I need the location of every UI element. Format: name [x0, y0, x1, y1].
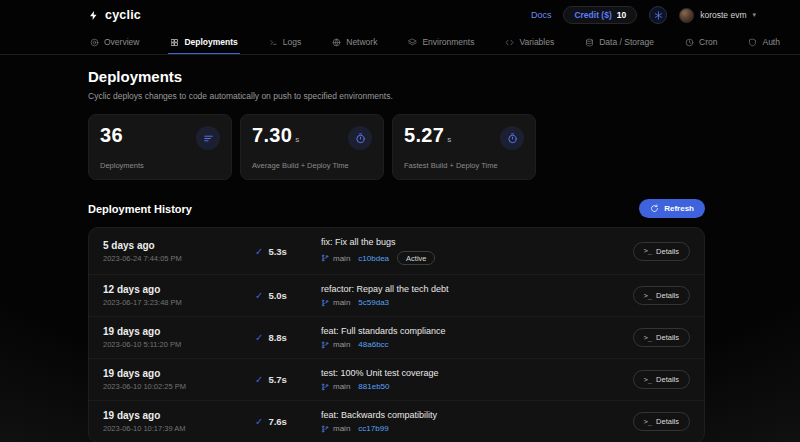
stat-card-deployments: 36 Deployments: [88, 114, 232, 180]
credit-value: 10: [617, 10, 626, 20]
stat-card-average-time: 7.30s Average Build + Deploy Time: [240, 114, 384, 180]
username: koroste evm: [700, 10, 746, 20]
commit-hash[interactable]: cc17b99: [358, 424, 388, 433]
stats-row: 36 Deployments 7.30s Average Build + Dep…: [88, 114, 705, 180]
credit-label: Credit ($): [574, 10, 611, 20]
tab-overview[interactable]: Overview: [88, 30, 141, 54]
terminal-icon: >_: [644, 334, 652, 342]
commit-hash[interactable]: c10bdea: [358, 254, 389, 263]
main-nav: Overview Deployments Logs Network Enviro…: [0, 30, 800, 55]
build-duration: 8.8s: [268, 332, 287, 343]
code-icon: [505, 38, 514, 47]
relative-time: 5 days ago: [103, 240, 255, 251]
terminal-icon: >_: [644, 418, 652, 426]
git-branch-icon: [321, 254, 329, 262]
build-duration: 5.3s: [268, 246, 287, 257]
check-icon: ✓: [255, 416, 263, 427]
git-branch-icon: [321, 425, 329, 433]
terminal-icon: >_: [644, 376, 652, 384]
relative-time: 19 days ago: [103, 410, 255, 421]
check-icon: ✓: [255, 290, 263, 301]
commit-message: refactor: Repay all the tech debt: [321, 284, 620, 294]
tab-variables[interactable]: Variables: [503, 30, 556, 54]
stat-value: 36: [100, 124, 126, 147]
main-content: Deployments Cyclic deploys changes to co…: [88, 55, 705, 442]
stat-label: Deployments: [100, 161, 220, 170]
deployment-row: 5 days ago 2023-06-24 7:44:05 PM ✓ 5.3s …: [89, 228, 704, 275]
terminal-icon: >_: [644, 292, 652, 300]
credit-button[interactable]: Credit ($) 10: [563, 6, 637, 24]
tab-environments[interactable]: Environments: [406, 30, 476, 54]
page-subtitle: Cyclic deploys changes to code automatic…: [88, 91, 705, 101]
details-button[interactable]: >_ Details: [633, 328, 690, 347]
details-button[interactable]: >_ Details: [633, 242, 690, 261]
avatar: [679, 8, 694, 23]
bolt-icon: [88, 9, 99, 22]
check-icon: ✓: [255, 332, 263, 343]
user-menu[interactable]: koroste evm ▾: [679, 8, 756, 23]
details-button[interactable]: >_ Details: [633, 286, 690, 305]
status-badge: Active: [397, 251, 435, 265]
commit-message: fix: Fix all the bugs: [321, 237, 620, 247]
tab-cron[interactable]: Cron: [683, 30, 719, 54]
deployment-history-list: 5 days ago 2023-06-24 7:44:05 PM ✓ 5.3s …: [88, 227, 705, 442]
tab-network[interactable]: Network: [330, 30, 379, 54]
database-icon: [585, 38, 594, 47]
deployment-row: 19 days ago 2023-06-10 10:02:25 PM ✓ 5.7…: [89, 359, 704, 401]
details-button[interactable]: >_ Details: [633, 370, 690, 389]
cyclic-logo[interactable]: cyclic: [88, 8, 141, 22]
clock-icon: [685, 38, 694, 47]
build-duration: 5.0s: [268, 290, 287, 301]
timestamp: 2023-06-17 3:23:48 PM: [103, 298, 255, 307]
page-title: Deployments: [88, 68, 705, 85]
check-icon: ✓: [255, 246, 263, 257]
shield-icon: [748, 38, 757, 47]
branch: main: [321, 340, 350, 349]
deployment-row: 12 days ago 2023-06-17 3:23:48 PM ✓ 5.0s…: [89, 275, 704, 317]
stat-label: Fastest Build + Deploy Time: [404, 161, 524, 170]
docs-link[interactable]: Docs: [531, 10, 552, 20]
relative-time: 12 days ago: [103, 284, 255, 295]
branch: main: [321, 298, 350, 307]
target-icon: [90, 38, 99, 47]
git-branch-icon: [321, 383, 329, 391]
relative-time: 19 days ago: [103, 368, 255, 379]
logo-text: cyclic: [105, 8, 141, 22]
terminal-icon: [269, 38, 278, 47]
branch: main: [321, 254, 350, 263]
tab-auth[interactable]: Auth: [746, 30, 782, 54]
list-bars-icon: [196, 126, 220, 150]
snowflake-icon: [654, 11, 663, 20]
build-duration: 7.6s: [268, 416, 287, 427]
details-button[interactable]: >_ Details: [633, 412, 690, 431]
timestamp: 2023-06-10 5:11:20 PM: [103, 340, 255, 349]
tab-logs[interactable]: Logs: [267, 30, 303, 54]
timer-icon: [348, 126, 372, 150]
tab-deployments[interactable]: Deployments: [168, 30, 239, 54]
terminal-icon: >_: [644, 247, 652, 255]
globe-icon: [332, 38, 341, 47]
tab-data-storage[interactable]: Data / Storage: [583, 30, 656, 54]
deployment-row: 19 days ago 2023-06-10 10:17:39 AM ✓ 7.6…: [89, 401, 704, 442]
timestamp: 2023-06-10 10:17:39 AM: [103, 424, 255, 433]
branch: main: [321, 382, 350, 391]
branch: main: [321, 424, 350, 433]
deployment-row: 19 days ago 2023-06-10 5:11:20 PM ✓ 8.8s…: [89, 317, 704, 359]
top-header: cyclic Docs Credit ($) 10 koroste evm ▾: [0, 0, 800, 30]
stat-value: 7.30s: [252, 124, 299, 147]
chevron-down-icon: ▾: [752, 11, 756, 19]
timer-icon: [500, 126, 524, 150]
commit-hash[interactable]: 5c59da3: [358, 298, 389, 307]
relative-time: 19 days ago: [103, 326, 255, 337]
commit-message: feat: Full standards compliance: [321, 326, 620, 336]
layers-icon: [408, 38, 417, 47]
git-branch-icon: [321, 299, 329, 307]
history-title: Deployment History: [88, 203, 192, 215]
refresh-button[interactable]: Refresh: [639, 199, 705, 218]
snowflake-button[interactable]: [649, 6, 667, 24]
commit-hash[interactable]: 881eb50: [358, 382, 389, 391]
commit-hash[interactable]: 48a6bcc: [358, 340, 388, 349]
timestamp: 2023-06-10 10:02:25 PM: [103, 382, 255, 391]
commit-message: feat: Backwards compatibility: [321, 410, 620, 420]
timestamp: 2023-06-24 7:44:05 PM: [103, 254, 255, 263]
